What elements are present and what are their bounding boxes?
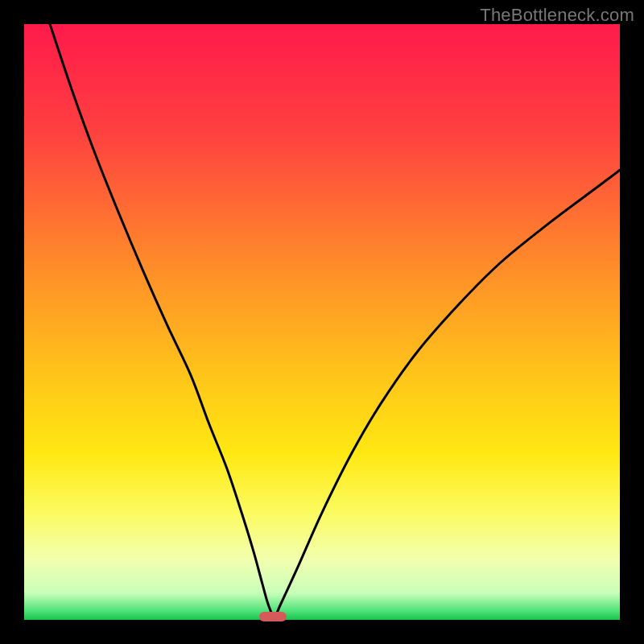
watermark-text: TheBottleneck.com (480, 5, 634, 26)
plot-area (24, 24, 620, 620)
bottleneck-curve (24, 24, 620, 620)
optimal-marker (259, 612, 287, 621)
chart-frame: TheBottleneck.com (0, 0, 644, 644)
